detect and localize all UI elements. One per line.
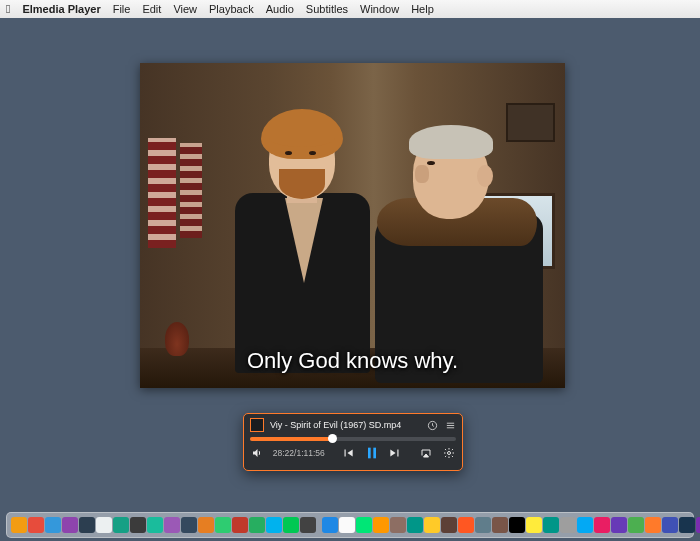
- dock-app-12[interactable]: [215, 517, 231, 533]
- dock-app-2[interactable]: [45, 517, 61, 533]
- dock-app-37[interactable]: [645, 517, 661, 533]
- dock-app-34[interactable]: [594, 517, 610, 533]
- svg-rect-5: [373, 448, 376, 459]
- dock-app-19[interactable]: [339, 517, 355, 533]
- dock-app-10[interactable]: [181, 517, 197, 533]
- history-icon[interactable]: [426, 419, 438, 431]
- dock-app-22[interactable]: [390, 517, 406, 533]
- menu-view[interactable]: View: [173, 3, 197, 15]
- menubar:  Elmedia Player File Edit View Playback…: [0, 0, 700, 19]
- dock-app-24[interactable]: [424, 517, 440, 533]
- dock-app-20[interactable]: [356, 517, 372, 533]
- dock-app-17[interactable]: [300, 517, 316, 533]
- playlist-icon[interactable]: [444, 419, 456, 431]
- dock-app-16[interactable]: [283, 517, 299, 533]
- prev-button[interactable]: [341, 445, 356, 461]
- dock-app-13[interactable]: [232, 517, 248, 533]
- dock-app-38[interactable]: [662, 517, 678, 533]
- dock-app-4[interactable]: [79, 517, 95, 533]
- dock-app-39[interactable]: [679, 517, 695, 533]
- seek-bar[interactable]: [250, 437, 456, 441]
- app-name[interactable]: Elmedia Player: [22, 3, 100, 15]
- dock-app-7[interactable]: [130, 517, 146, 533]
- menu-help[interactable]: Help: [411, 3, 434, 15]
- dock-app-27[interactable]: [475, 517, 491, 533]
- menu-playback[interactable]: Playback: [209, 3, 254, 15]
- menu-subtitles[interactable]: Subtitles: [306, 3, 348, 15]
- video-frame: [140, 63, 565, 388]
- dock-app-28[interactable]: [492, 517, 508, 533]
- dock-app-9[interactable]: [164, 517, 180, 533]
- dock-app-33[interactable]: [577, 517, 593, 533]
- menu-file[interactable]: File: [113, 3, 131, 15]
- dock-app-40[interactable]: [696, 517, 700, 533]
- dock-app-29[interactable]: [509, 517, 525, 533]
- dock-app-23[interactable]: [407, 517, 423, 533]
- dock: [6, 512, 694, 538]
- airplay-icon[interactable]: [418, 445, 433, 461]
- desktop: Only God knows why. Viy - Spirit of Evil…: [0, 18, 700, 541]
- dock-app-11[interactable]: [198, 517, 214, 533]
- apple-menu[interactable]: : [6, 3, 10, 15]
- player-controls: Viy - Spirit of Evil (1967) SD.mp4 28:22…: [243, 413, 463, 471]
- dock-app-36[interactable]: [628, 517, 644, 533]
- dock-app-1[interactable]: [28, 517, 44, 533]
- dock-app-18[interactable]: [322, 517, 338, 533]
- pause-button[interactable]: [364, 445, 380, 461]
- dock-app-5[interactable]: [96, 517, 112, 533]
- menu-window[interactable]: Window: [360, 3, 399, 15]
- menu-edit[interactable]: Edit: [142, 3, 161, 15]
- now-playing-title: Viy - Spirit of Evil (1967) SD.mp4: [270, 420, 420, 430]
- dock-app-14[interactable]: [249, 517, 265, 533]
- dock-app-3[interactable]: [62, 517, 78, 533]
- svg-rect-4: [368, 448, 371, 459]
- now-playing-thumb: [250, 418, 264, 432]
- dock-app-15[interactable]: [266, 517, 282, 533]
- menu-audio[interactable]: Audio: [266, 3, 294, 15]
- dock-app-6[interactable]: [113, 517, 129, 533]
- dock-app-30[interactable]: [526, 517, 542, 533]
- video-window[interactable]: Only God knows why.: [140, 63, 565, 388]
- dock-app-35[interactable]: [611, 517, 627, 533]
- settings-icon[interactable]: [441, 445, 456, 461]
- dock-app-32[interactable]: [560, 517, 576, 533]
- subtitle-text: Only God knows why.: [140, 348, 565, 374]
- svg-point-6: [447, 452, 450, 455]
- time-display: 28:22/1:11:56: [273, 448, 325, 458]
- dock-app-8[interactable]: [147, 517, 163, 533]
- dock-app-26[interactable]: [458, 517, 474, 533]
- volume-icon[interactable]: [250, 445, 265, 461]
- next-button[interactable]: [388, 445, 403, 461]
- dock-app-25[interactable]: [441, 517, 457, 533]
- dock-app-21[interactable]: [373, 517, 389, 533]
- dock-app-0[interactable]: [11, 517, 27, 533]
- dock-app-31[interactable]: [543, 517, 559, 533]
